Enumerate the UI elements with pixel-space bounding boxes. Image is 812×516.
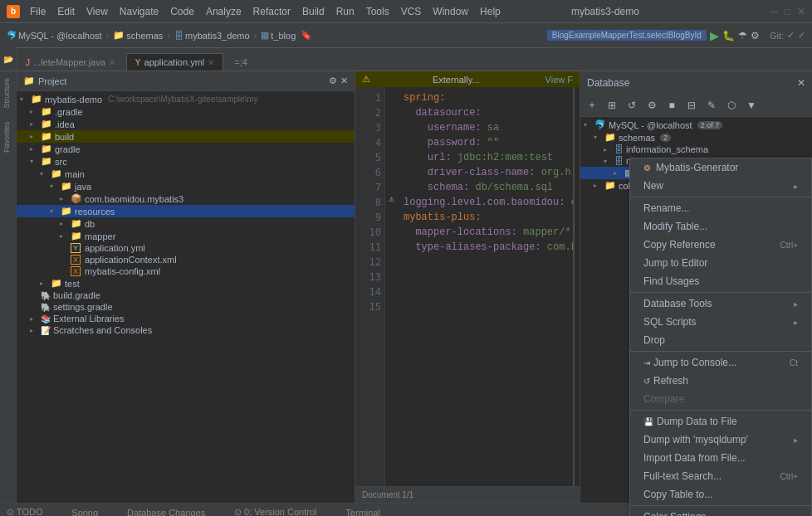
favorites-tab[interactable]: Favorites: [0, 115, 17, 159]
project-gear-icon[interactable]: ⚙: [329, 75, 337, 86]
context-menu-modify-table[interactable]: Modify Table...: [630, 217, 811, 236]
tab-application-yml[interactable]: Y application.yml ✕: [126, 53, 223, 71]
status-todo[interactable]: ⊙ TODO: [7, 507, 42, 516]
context-menu-refresh[interactable]: ↺ Refresh: [630, 372, 811, 390]
git-check2[interactable]: ✓: [798, 30, 805, 41]
tree-item-mybatis-config[interactable]: X mybatis-config.xml: [17, 265, 355, 277]
tree-item-package[interactable]: 📦 com.baomidou.mybatis3: [17, 192, 355, 205]
git-check1[interactable]: ✓: [787, 30, 795, 41]
tab-application-yml-close[interactable]: ✕: [208, 58, 214, 67]
coverage-button[interactable]: ☂: [738, 30, 747, 41]
menu-tools[interactable]: Tools: [361, 4, 394, 19]
status-db-changes[interactable]: Database Changes: [127, 508, 205, 517]
menu-build[interactable]: Build: [297, 4, 330, 19]
tree-item-scratches[interactable]: 📝 Scratches and Consoles: [17, 324, 355, 336]
db-grid-btn[interactable]: ⊞: [604, 97, 620, 114]
db-filter-btn[interactable]: ▼: [743, 97, 760, 114]
menu-file[interactable]: File: [25, 4, 51, 19]
context-menu-dump-mysqldump[interactable]: Dump with 'mysqldump' ▸: [630, 431, 811, 449]
tree-item-gradle-dir[interactable]: 📁 gradle: [17, 143, 355, 155]
tree-item-java[interactable]: 📁 java: [17, 180, 355, 192]
context-menu-dump-mysqldump-label: Dump with 'mysqldump': [643, 434, 748, 445]
menu-help[interactable]: Help: [475, 4, 506, 19]
menu-analyze[interactable]: Analyze: [201, 4, 247, 19]
breadcrumb-db[interactable]: mybatis3_demo: [185, 31, 250, 41]
context-menu-dump-file[interactable]: 💾 Dump Data to File: [630, 412, 811, 431]
tree-item-build-gradle[interactable]: 🐘 build.gradle: [17, 290, 355, 301]
tab-extra[interactable]: =;4: [225, 53, 257, 71]
context-menu-fulltext-search[interactable]: Full-text Search... Ctrl+: [630, 467, 811, 485]
tree-item-build[interactable]: 📁 build: [17, 130, 355, 143]
menu-code[interactable]: Code: [165, 4, 199, 19]
tree-item-idea[interactable]: 📁 .idea: [17, 118, 355, 130]
tree-item-mapper[interactable]: 📁 mapper: [17, 230, 355, 242]
db-item-mysql[interactable]: 🐬 MySQL - @localhost 2 of 7: [580, 119, 812, 131]
menu-window[interactable]: Window: [428, 4, 473, 19]
tree-item-db[interactable]: 📁 db: [17, 217, 355, 230]
more-run-button[interactable]: ⚙: [751, 30, 760, 41]
context-menu-import-file[interactable]: Import Data from File...: [630, 449, 811, 467]
db-minus-btn[interactable]: ⊟: [683, 97, 700, 114]
project-close-icon[interactable]: ✕: [340, 75, 348, 86]
maximize-button[interactable]: □: [785, 6, 790, 17]
tab-deletemapper-close[interactable]: ✕: [109, 58, 115, 67]
menu-navigate[interactable]: Navigate: [115, 4, 164, 19]
tree-item-main[interactable]: 📁 main: [17, 168, 355, 180]
breadcrumb-mysql[interactable]: MySQL - @localhost: [18, 31, 102, 41]
context-menu-sql-scripts[interactable]: SQL Scripts ▸: [630, 313, 811, 331]
context-menu-copy-reference[interactable]: Copy Reference Ctrl+: [630, 236, 811, 254]
status-terminal[interactable]: Terminal: [345, 508, 380, 517]
code-editor[interactable]: spring: datasource: username: sa passwor…: [397, 87, 573, 486]
menu-view[interactable]: View: [81, 4, 113, 19]
debug-button[interactable]: 🐛: [722, 30, 735, 41]
tab-deletemapper[interactable]: J ...leteMapper.java ✕: [17, 53, 125, 71]
menu-run[interactable]: Run: [331, 4, 360, 19]
scratches-icon: 📝: [41, 326, 51, 335]
minimize-button[interactable]: ─: [770, 6, 778, 17]
breadcrumb-table[interactable]: t_blog: [271, 31, 296, 41]
context-menu-jump-console[interactable]: ⇥ Jump to Console... Ct: [630, 353, 811, 372]
line-num-8: 8: [359, 195, 381, 210]
db-schema-btn[interactable]: ⬡: [723, 97, 740, 114]
tree-item-ext-libs[interactable]: 📚 External Libraries: [17, 313, 355, 324]
run-config-label[interactable]: BlogExampleMapperTest.selectBlogById: [547, 30, 707, 41]
menu-refactor[interactable]: Refactor: [248, 4, 296, 19]
db-edit-btn[interactable]: ✎: [703, 97, 720, 114]
db-add-btn[interactable]: +: [584, 97, 600, 114]
breadcrumb-schemas[interactable]: schemas: [126, 31, 163, 41]
notification-view[interactable]: View F: [545, 75, 573, 85]
line-num-9: 9: [359, 210, 381, 225]
db-stop-btn[interactable]: ■: [663, 97, 680, 114]
context-menu-mybatis-gen[interactable]: ⚙ Mybatis-Generator: [630, 158, 811, 177]
context-menu-jump-to-editor[interactable]: Jump to Editor: [630, 254, 811, 272]
tree-item-src[interactable]: 📁 src: [17, 155, 355, 168]
db-refresh-btn[interactable]: ↺: [624, 97, 640, 114]
db-item-infschema[interactable]: 🗄 information_schema: [580, 144, 812, 155]
context-menu-find-usages[interactable]: Find Usages: [630, 272, 811, 290]
status-spring[interactable]: Spring: [71, 508, 98, 517]
tree-item-gradle[interactable]: 📁 .gradle: [17, 105, 355, 118]
tree-label-package: com.baomidou.mybatis3: [85, 194, 183, 204]
db-item-schemas[interactable]: 📁 schemas 2: [580, 131, 812, 144]
tree-item-settings-gradle[interactable]: 🐘 settings.gradle: [17, 301, 355, 313]
tree-item-resources[interactable]: 📁 resources: [17, 205, 355, 217]
run-button[interactable]: ▶: [710, 29, 719, 42]
tree-item-root[interactable]: 📁 mybatis-demo C:\workspace\MybatisX-git…: [17, 93, 355, 105]
tree-item-appcontext[interactable]: X applicationContext.xml: [17, 254, 355, 265]
context-menu-drop[interactable]: Drop: [630, 331, 811, 349]
tree-item-application-yml[interactable]: Y application.yml: [17, 242, 355, 254]
structure-tab[interactable]: Structure: [0, 71, 17, 115]
context-menu-copy-table[interactable]: Copy Table to...: [630, 485, 811, 504]
context-menu-new[interactable]: New ▸: [630, 177, 811, 195]
status-vcs[interactable]: ⊙ 0: Version Control: [234, 507, 317, 516]
menu-vcs[interactable]: VCS: [396, 4, 427, 19]
db-settings-btn[interactable]: ⚙: [643, 97, 660, 114]
context-menu-db-tools[interactable]: Database Tools ▸: [630, 295, 811, 313]
close-button[interactable]: ✕: [797, 6, 805, 17]
context-menu-color-settings[interactable]: Color Settings...: [630, 508, 811, 516]
context-menu-rename[interactable]: Rename...: [630, 199, 811, 217]
db-panel-close-icon[interactable]: ✕: [797, 77, 805, 89]
tree-item-test[interactable]: 📁 test: [17, 277, 355, 290]
menu-edit[interactable]: Edit: [52, 4, 80, 19]
side-tab-project[interactable]: 📂: [0, 47, 17, 71]
